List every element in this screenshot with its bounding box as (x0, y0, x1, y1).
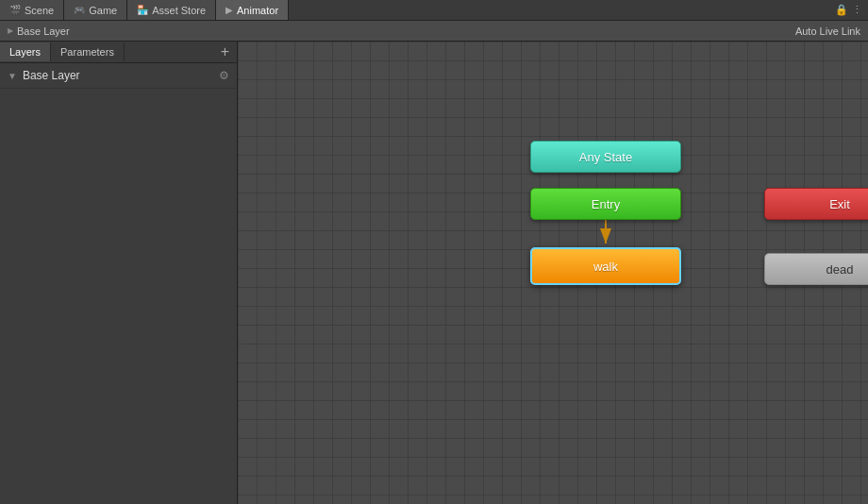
tab-animator[interactable]: ▶ Animator (216, 0, 289, 20)
node-walk[interactable]: walk (530, 247, 681, 285)
dead-label: dead (826, 262, 854, 277)
game-icon: 🎮 (74, 5, 85, 15)
tab-layers[interactable]: Layers (0, 42, 51, 61)
title-bar: 🎬 Scene 🎮 Game 🏪 Asset Store ▶ Animator … (0, 0, 868, 21)
asset-store-icon: 🏪 (137, 5, 148, 15)
title-bar-controls: 🔒 ⋮ (835, 4, 868, 16)
node-exit[interactable]: Exit (764, 188, 868, 220)
tab-game[interactable]: 🎮 Game (64, 0, 127, 20)
menu-icon[interactable]: ⋮ (852, 4, 862, 16)
tab-asset-store[interactable]: 🏪 Asset Store (127, 0, 216, 20)
walk-label: walk (593, 260, 618, 274)
layer-expand-icon: ▼ (8, 71, 17, 81)
node-any-state[interactable]: Any State (530, 141, 681, 173)
breadcrumb: Base Layer (8, 25, 70, 37)
tab-game-label: Game (89, 5, 117, 16)
lock-icon[interactable]: 🔒 (835, 4, 848, 16)
animator-canvas[interactable]: Any State Entry Exit walk dead (238, 42, 868, 504)
tab-scene-label: Scene (25, 5, 54, 16)
tab-scene[interactable]: 🎬 Scene (0, 0, 64, 20)
layers-tab-label: Layers (9, 46, 41, 58)
tab-animator-label: Animator (237, 5, 278, 16)
left-panel: Layers Parameters + ▼ Base Layer ⚙ (0, 42, 238, 504)
layer-settings-icon[interactable]: ⚙ (219, 69, 229, 82)
exit-label: Exit (829, 197, 850, 211)
auto-live-link[interactable]: Auto Live Link (795, 25, 860, 37)
layer-base[interactable]: ▼ Base Layer ⚙ (0, 63, 237, 89)
node-entry[interactable]: Entry (530, 188, 681, 220)
any-state-label: Any State (579, 150, 632, 164)
sub-header: Base Layer Auto Live Link (0, 21, 868, 42)
main-layout: Layers Parameters + ▼ Base Layer ⚙ (0, 42, 868, 504)
node-dead[interactable]: dead (764, 253, 868, 285)
animator-icon: ▶ (225, 5, 233, 15)
tab-asset-store-label: Asset Store (152, 5, 206, 16)
layer-base-label: Base Layer (23, 69, 80, 82)
panel-tabs: Layers Parameters + (0, 42, 237, 63)
scene-icon: 🎬 (9, 5, 21, 15)
entry-label: Entry (592, 197, 620, 211)
parameters-tab-label: Parameters (60, 46, 114, 58)
add-layer-button[interactable]: + (213, 42, 237, 62)
tab-parameters[interactable]: Parameters (51, 42, 125, 61)
